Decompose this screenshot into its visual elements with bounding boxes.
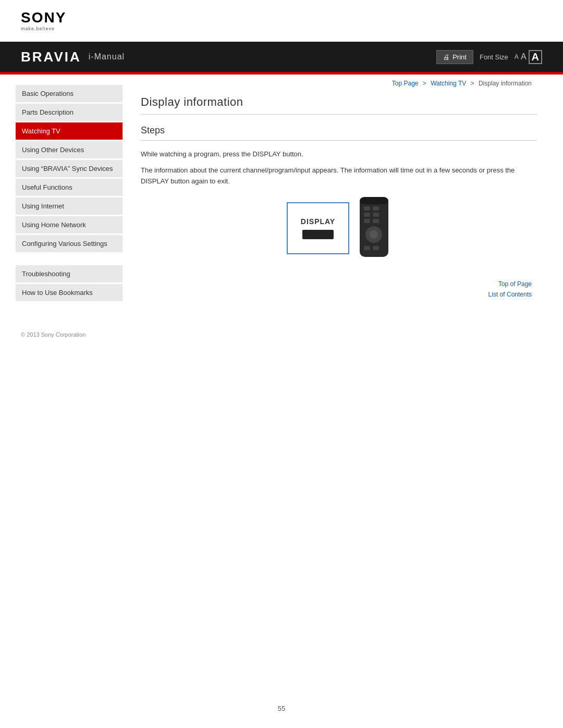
sidebar-item-using-internet[interactable]: Using Internet	[16, 198, 123, 215]
body-text-2: The information about the current channe…	[141, 165, 537, 187]
sidebar-item-parts-description[interactable]: Parts Description	[16, 104, 123, 121]
sidebar-item-bookmarks[interactable]: How to Use Bookmarks	[16, 284, 123, 301]
sidebar: Basic Operations Parts Description Watch…	[0, 75, 125, 313]
header-bar: BRAVIA i-Manual 🖨 Print Font Size A A A	[0, 42, 563, 72]
sidebar-item-using-other-devices[interactable]: Using Other Devices	[16, 141, 123, 158]
breadcrumb-sep-1: >	[423, 80, 426, 87]
section-heading: Steps	[141, 125, 537, 141]
remote-illustration-area: DISPLAY	[141, 197, 537, 265]
font-size-small-button[interactable]: A	[515, 53, 519, 60]
font-size-large-button[interactable]: A	[529, 50, 542, 64]
breadcrumb-watching-tv[interactable]: Watching TV	[431, 80, 466, 87]
page-number: 55	[278, 705, 285, 712]
print-icon: 🖨	[443, 53, 450, 61]
sidebar-item-troubleshooting[interactable]: Troubleshooting	[16, 265, 123, 282]
breadcrumb-current: Display information	[479, 80, 532, 87]
sidebar-item-basic-operations[interactable]: Basic Operations	[16, 85, 123, 102]
display-box: DISPLAY	[287, 202, 349, 254]
body-text-1: While watching a program, press the DISP…	[141, 149, 537, 160]
breadcrumb-top-page[interactable]: Top Page	[392, 80, 419, 87]
svg-rect-3	[373, 206, 379, 211]
sony-tagline: make.believe	[21, 26, 542, 31]
logo-area: SONY make.believe	[0, 0, 563, 36]
remote-svg	[357, 197, 391, 260]
sidebar-item-home-network[interactable]: Using Home Network	[16, 216, 123, 233]
svg-rect-2	[364, 206, 370, 211]
font-size-label: Font Size	[480, 53, 508, 61]
sidebar-divider	[16, 254, 125, 260]
bottom-links: Top of Page List of Contents	[141, 280, 537, 298]
footer: © 2013 Sony Corporation	[0, 324, 563, 346]
svg-rect-11	[373, 246, 379, 250]
svg-rect-7	[373, 219, 379, 223]
copyright: © 2013 Sony Corporation	[21, 331, 85, 338]
remote-container: DISPLAY	[287, 197, 391, 265]
svg-rect-10	[364, 246, 370, 250]
list-of-contents-link[interactable]: List of Contents	[488, 291, 532, 298]
sony-logo: SONY	[21, 9, 542, 26]
svg-rect-5	[373, 213, 379, 217]
print-button[interactable]: 🖨 Print	[436, 50, 473, 64]
remote-shape	[357, 197, 391, 260]
sidebar-item-watching-tv[interactable]: Watching TV	[16, 122, 123, 140]
content-area: Top Page > Watching TV > Display informa…	[125, 75, 563, 313]
header-controls: 🖨 Print Font Size A A A	[436, 50, 542, 64]
imanual-text: i-Manual	[89, 52, 125, 61]
breadcrumb-sep-2: >	[471, 80, 474, 87]
svg-rect-1	[360, 197, 388, 204]
display-button-rect	[302, 230, 334, 239]
sidebar-section-2: Troubleshooting How to Use Bookmarks	[16, 265, 125, 301]
top-of-page-link[interactable]: Top of Page	[498, 280, 532, 288]
breadcrumb: Top Page > Watching TV > Display informa…	[141, 80, 537, 87]
svg-point-9	[370, 230, 378, 239]
font-size-controls: A A A	[515, 50, 542, 64]
page-title: Display information	[141, 95, 537, 115]
print-label: Print	[452, 53, 467, 61]
display-label: DISPLAY	[301, 217, 335, 226]
sidebar-item-useful-functions[interactable]: Useful Functions	[16, 179, 123, 196]
bravia-title: BRAVIA	[21, 49, 81, 65]
sidebar-item-bravia-sync[interactable]: Using “BRAVIA” Sync Devices	[16, 160, 123, 177]
font-size-medium-button[interactable]: A	[521, 52, 527, 61]
svg-rect-6	[364, 219, 370, 223]
sidebar-item-configuring-settings[interactable]: Configuring Various Settings	[16, 235, 123, 252]
main-layout: Basic Operations Parts Description Watch…	[0, 75, 563, 313]
svg-rect-4	[364, 213, 370, 217]
